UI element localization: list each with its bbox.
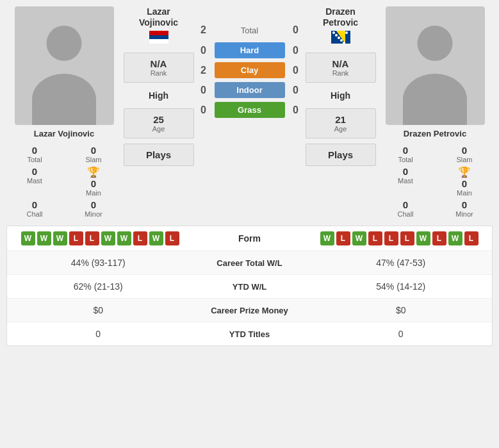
clay-score-left: 2 [195, 65, 211, 76]
player2-slam-cell: 0 Slam [436, 145, 493, 163]
form-badge: W [149, 231, 163, 245]
player2-mast: 0 [403, 166, 408, 177]
svg-point-6 [335, 34, 338, 37]
svg-point-10 [345, 31, 348, 34]
indoor-button[interactable]: Indoor [215, 82, 285, 98]
player1-mast-label: Mast [27, 177, 42, 185]
form-badge: L [336, 231, 350, 245]
hard-row: 0 Hard 0 [195, 42, 304, 58]
player1-name-middle: Lazar Vojinovic [139, 6, 178, 28]
player1-main: 0 [91, 178, 96, 189]
player1-rank-label: Rank [129, 69, 188, 77]
grass-button[interactable]: Grass [215, 102, 285, 118]
player1-trophy-icon: 🏆 [87, 166, 100, 178]
clay-button[interactable]: Clay [215, 62, 285, 78]
career-total-left: 44% (93-117) [17, 258, 179, 268]
player2-form-badges: WLWLLLWLWL [320, 231, 486, 245]
ytd-wl-left: 62% (21-13) [17, 281, 179, 292]
clay-score-right: 0 [288, 65, 304, 76]
avatar-body [32, 74, 96, 125]
player1-mast: 0 [32, 166, 37, 177]
player1-flag [149, 31, 168, 46]
player1-slam: 0 [91, 145, 96, 156]
player2-rank-label: Rank [311, 69, 370, 77]
prize-left: $0 [17, 305, 179, 315]
player2-age-box: 21 Age [306, 108, 376, 138]
player1-age-box: 25 Age [124, 108, 194, 138]
form-badge: W [53, 231, 67, 245]
total-score-left: 2 [195, 24, 211, 36]
player2-slam-label: Slam [456, 156, 472, 163]
svg-point-7 [338, 37, 340, 39]
ytd-wl-label: YTD W/L [179, 282, 320, 292]
player1-chall-cell: 0 Chall [6, 199, 63, 218]
player2-plays-value: Plays [311, 149, 370, 160]
player1-plays-box: Plays [124, 144, 194, 166]
form-badge: L [165, 231, 179, 245]
hard-button[interactable]: Hard [215, 42, 285, 58]
prize-right: $0 [320, 305, 482, 315]
hard-score-left: 0 [195, 45, 211, 56]
clay-row: 2 Clay 0 [195, 62, 304, 78]
form-badge: L [133, 231, 147, 245]
player2-chall: 0 [403, 199, 408, 210]
player2-age-value: 21 [311, 114, 370, 125]
form-badge: L [432, 231, 446, 245]
form-badge: L [400, 231, 414, 245]
form-badge: W [320, 231, 334, 245]
grass-row: 0 Grass 0 [195, 102, 304, 118]
svg-rect-0 [149, 31, 168, 35]
player1-mast-cell: 0 Mast [6, 166, 63, 197]
player1-slam-cell: 0 Slam [65, 145, 122, 163]
player1-high-label: High [124, 85, 194, 106]
player2-name: Drazen Petrovic [404, 129, 466, 138]
grass-score-right: 0 [288, 104, 304, 116]
player1-total-label: Total [27, 156, 42, 163]
player1-rank-box: N/A Rank [124, 53, 194, 83]
player2-plays-box: Plays [306, 144, 376, 166]
prize-row: $0 Career Prize Money $0 [7, 299, 492, 322]
form-badge: L [69, 231, 83, 245]
player2-rank-value: N/A [311, 58, 370, 69]
player2-chall-cell: 0 Chall [377, 199, 434, 218]
player1-avatar [15, 6, 114, 125]
player2-age-label: Age [311, 125, 370, 133]
grass-score-left: 0 [195, 104, 211, 116]
career-total-row: 44% (93-117) Career Total W/L 47% (47-53… [7, 251, 492, 275]
player1-main-label: Main [86, 189, 101, 197]
career-total-label: Career Total W/L [179, 258, 320, 268]
form-badge: L [368, 231, 382, 245]
player2-high-label: High [306, 85, 376, 106]
prize-label: Career Prize Money [179, 306, 320, 315]
player2-minor-cell: 0 Minor [436, 199, 493, 218]
player1-minor: 0 [91, 199, 96, 210]
player1-middle-panel: Lazar Vojinovic N/A Rank High 25 Age [122, 6, 195, 166]
form-row: WWWLLWWLWL Form WLWLLLWLWL [7, 226, 492, 251]
player1-age-value: 25 [129, 114, 188, 125]
ytd-wl-row: 62% (21-13) YTD W/L 54% (14-12) [7, 275, 492, 299]
player1-minor-label: Minor [85, 210, 102, 218]
player1-card: Lazar Vojinovic 0 Total 0 Slam 0 Mast 🏆 … [6, 6, 122, 218]
ytd-titles-right: 0 [320, 329, 482, 339]
player2-main-cell: 🏆 0 Main [436, 166, 493, 197]
svg-point-8 [340, 39, 343, 42]
player2-rank-box: N/A Rank [306, 53, 376, 83]
player1-total: 0 [32, 145, 37, 156]
top-section: Lazar Vojinovic 0 Total 0 Slam 0 Mast 🏆 … [6, 6, 493, 218]
player2-slam: 0 [462, 145, 467, 156]
career-total-right: 47% (47-53) [320, 258, 482, 268]
player2-total-label: Total [398, 156, 413, 163]
form-badge: W [37, 231, 51, 245]
avatar2-body [403, 74, 467, 125]
player2-flag [331, 31, 350, 46]
indoor-score-left: 0 [195, 85, 211, 96]
form-badge: W [352, 231, 366, 245]
player2-trophy-icon: 🏆 [458, 166, 471, 178]
player1-main-cell: 🏆 0 Main [65, 166, 122, 197]
form-badge: W [416, 231, 430, 245]
player2-name-middle: Drazen Petrovic [323, 6, 358, 28]
total-score-right: 0 [288, 24, 304, 36]
ytd-wl-right: 54% (14-12) [320, 281, 482, 292]
player1-name: Lazar Vojinovic [34, 129, 94, 138]
form-badge: W [448, 231, 462, 245]
